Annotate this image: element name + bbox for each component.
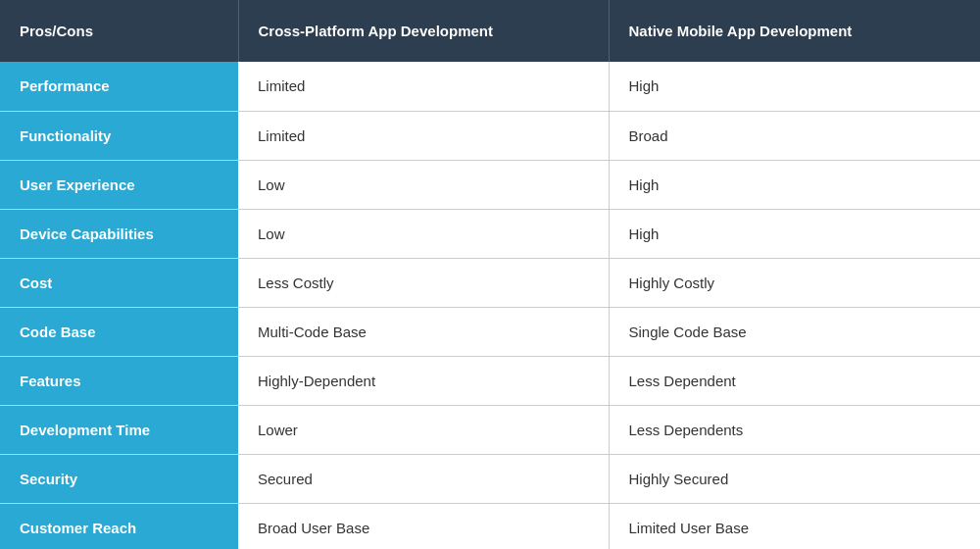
row-cross-value: Multi-Code Base (238, 307, 609, 356)
row-cross-value: Secured (238, 454, 609, 503)
table-row: Code BaseMulti-Code BaseSingle Code Base (0, 307, 980, 356)
row-label: Customer Reach (0, 503, 238, 549)
row-label: Security (0, 454, 238, 503)
row-native-value: Limited User Base (609, 503, 980, 549)
row-label: Code Base (0, 307, 238, 356)
header-row: Pros/Cons Cross-Platform App Development… (0, 0, 980, 62)
row-label: Functionality (0, 111, 238, 160)
table-row: User ExperienceLowHigh (0, 160, 980, 209)
header-pros-cons: Pros/Cons (0, 0, 238, 62)
row-native-value: Less Dependents (609, 405, 980, 454)
row-label: Performance (0, 62, 238, 111)
table-row: Customer ReachBroad User BaseLimited Use… (0, 503, 980, 549)
row-label: Features (0, 356, 238, 405)
row-label: Cost (0, 258, 238, 307)
row-cross-value: Lower (238, 405, 609, 454)
row-native-value: Broad (609, 111, 980, 160)
row-cross-value: Broad User Base (238, 503, 609, 549)
row-native-value: High (609, 62, 980, 111)
table-row: PerformanceLimitedHigh (0, 62, 980, 111)
comparison-table: Pros/Cons Cross-Platform App Development… (0, 0, 980, 549)
row-cross-value: Low (238, 160, 609, 209)
row-native-value: High (609, 209, 980, 258)
row-native-value: Less Dependent (609, 356, 980, 405)
table-row: FunctionalityLimitedBroad (0, 111, 980, 160)
table-row: Development TimeLowerLess Dependents (0, 405, 980, 454)
row-label: Development Time (0, 405, 238, 454)
table-row: FeaturesHighly-DependentLess Dependent (0, 356, 980, 405)
row-cross-value: Limited (238, 111, 609, 160)
header-native-mobile: Native Mobile App Development (609, 0, 980, 62)
row-native-value: Highly Secured (609, 454, 980, 503)
row-label: Device Capabilities (0, 209, 238, 258)
table-row: Device CapabilitiesLowHigh (0, 209, 980, 258)
row-label: User Experience (0, 160, 238, 209)
row-cross-value: Limited (238, 62, 609, 111)
table-row: CostLess CostlyHighly Costly (0, 258, 980, 307)
row-native-value: Single Code Base (609, 307, 980, 356)
row-cross-value: Less Costly (238, 258, 609, 307)
row-native-value: High (609, 160, 980, 209)
row-cross-value: Highly-Dependent (238, 356, 609, 405)
row-native-value: Highly Costly (609, 258, 980, 307)
table-row: SecuritySecuredHighly Secured (0, 454, 980, 503)
row-cross-value: Low (238, 209, 609, 258)
header-cross-platform: Cross-Platform App Development (238, 0, 609, 62)
